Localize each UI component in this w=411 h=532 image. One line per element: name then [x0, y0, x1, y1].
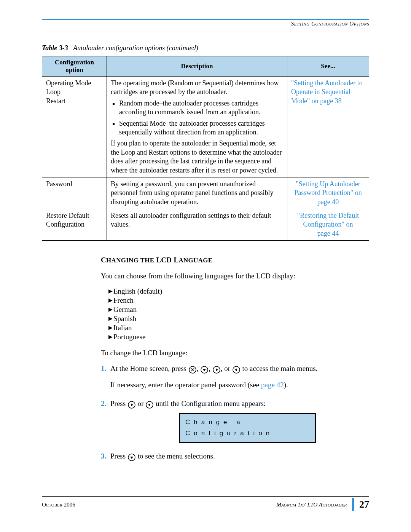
section-heading: Changing the LCD Language: [101, 256, 369, 264]
step-subtext: If necessary, enter the operator panel p…: [110, 381, 261, 389]
table-caption: Table 3-3 Autoloader configuration optio…: [42, 44, 369, 52]
description-text: By setting a password, you can prevent u…: [107, 177, 287, 209]
description-bullet: Sequential Mode–the autoloader processes…: [119, 119, 283, 137]
step-number: 3.: [101, 451, 110, 462]
header-rule: [42, 19, 369, 20]
heading-text: hanging the: [106, 257, 154, 264]
language-label: French: [113, 296, 134, 304]
heading-text: LCD L: [156, 256, 178, 264]
option-name: Loop: [46, 88, 103, 96]
step-number: 1.: [101, 363, 110, 391]
down-button-icon: [128, 451, 135, 462]
description-text: If you plan to operate the autoloader in…: [111, 139, 283, 175]
arrow-icon: ▶: [108, 334, 113, 340]
lead-text: To change the LCD language:: [101, 348, 369, 358]
step-text: to access the main menus.: [241, 364, 318, 372]
intro-text: You can choose from the following langua…: [101, 271, 369, 281]
list-item: ▶English (default): [108, 287, 369, 296]
see-link[interactable]: "Restoring the Default Configuration" on: [297, 212, 359, 228]
see-link[interactable]: page 44: [317, 230, 339, 237]
page-number: 27: [359, 499, 369, 510]
right-button-icon: [213, 364, 220, 375]
list-item: ▶German: [108, 305, 369, 314]
step-text: until the Configuration menu appears:: [154, 399, 266, 407]
footer-product: Magnum 1x7 LTO Autoloader: [277, 502, 347, 508]
left-button-icon: [146, 399, 153, 410]
lcd-line: Configuration: [185, 428, 311, 439]
footer-date: October 2006: [42, 502, 75, 508]
language-label: Spanish: [113, 315, 136, 323]
language-label: English (default): [113, 287, 162, 295]
x-button-icon: [189, 364, 196, 375]
description-text: The operating mode (Random or Sequential…: [111, 79, 283, 97]
heading-text: anguage: [178, 257, 212, 264]
right-button-icon: [128, 399, 135, 410]
step-text: to see the menu selections.: [136, 452, 215, 460]
see-link[interactable]: page 40: [317, 198, 339, 206]
arrow-icon: ▶: [108, 306, 113, 313]
left-button-icon: [233, 364, 240, 375]
arrow-icon: ▶: [108, 315, 113, 322]
step-item: 1. At the Home screen, press , , , or to…: [101, 363, 369, 391]
see-link[interactable]: "Setting Up Autoloader Password Protecti…: [294, 180, 362, 197]
step-text: Press: [110, 452, 127, 460]
step-text: At the Home screen, press: [110, 364, 188, 372]
table-row: Operating Mode Loop Restart The operatin…: [42, 77, 369, 177]
table-row: Restore Default Configuration Resets all…: [42, 209, 369, 241]
list-item: ▶French: [108, 296, 369, 305]
header-section-title: Setting Configuration Options: [291, 21, 369, 27]
option-name: Configuration: [46, 220, 103, 229]
step-text: Press: [110, 399, 127, 407]
step-subtext: ).: [284, 381, 288, 389]
step-number: 2.: [101, 398, 110, 443]
option-name: Restore Default: [46, 211, 103, 220]
lcd-line: Change a: [185, 417, 311, 428]
list-item: ▶Spanish: [108, 315, 369, 323]
description-text: Resets all autoloader configuration sett…: [107, 209, 287, 241]
heading-text: C: [101, 256, 106, 264]
step-text: , or: [221, 364, 232, 372]
list-item: ▶Portuguese: [108, 333, 369, 341]
language-label: Italian: [113, 324, 132, 332]
arrow-icon: ▶: [108, 288, 113, 294]
footer-accent-bar: [352, 498, 354, 511]
table-header-option: Configuration option: [42, 56, 107, 77]
list-item: ▶Italian: [108, 324, 369, 332]
option-name: Operating Mode: [46, 79, 103, 88]
option-name: Password: [42, 177, 107, 209]
table-caption-label: Table 3-3: [42, 44, 68, 52]
step-item: 2. Press or until the Configuration menu…: [101, 398, 369, 443]
table-header-see: See...: [287, 56, 369, 77]
table-caption-text: Autoloader configuration options (contin…: [73, 44, 198, 52]
step-text: ,: [197, 364, 201, 372]
step-text: or: [136, 399, 145, 407]
table-header-description: Description: [107, 56, 287, 77]
arrow-icon: ▶: [108, 324, 113, 331]
down-button-icon: [201, 364, 208, 375]
table-row: Password By setting a password, you can …: [42, 177, 369, 209]
description-bullet: Random mode–the autoloader processes car…: [119, 99, 283, 117]
see-link[interactable]: "Setting the Autoloader to Operate in Se…: [287, 77, 369, 177]
step-text: ,: [209, 364, 212, 372]
page-link[interactable]: page 42: [261, 381, 284, 389]
language-label: Portuguese: [113, 333, 145, 341]
lcd-display: Change a Configuration: [179, 413, 316, 443]
page-footer: October 2006 Magnum 1x7 LTO Autoloader 2…: [42, 496, 369, 511]
config-table: Configuration option Description See... …: [42, 56, 369, 241]
language-list: ▶English (default) ▶French ▶German ▶Span…: [108, 287, 369, 341]
step-item: 3. Press to see the menu selections.: [101, 451, 369, 462]
arrow-icon: ▶: [108, 297, 113, 304]
language-label: German: [113, 305, 137, 313]
option-name: Restart: [46, 97, 103, 105]
